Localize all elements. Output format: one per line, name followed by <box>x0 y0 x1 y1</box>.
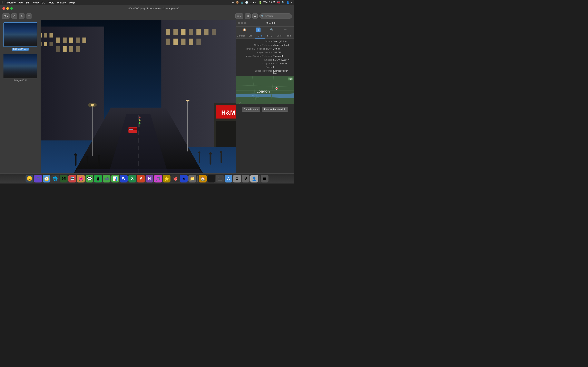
dock-home[interactable]: 🏠 <box>199 175 207 183</box>
dock-appstore[interactable]: A <box>225 175 232 183</box>
svg-point-51 <box>74 153 77 156</box>
london-scene-svg: H&M <box>41 20 236 173</box>
dock-powerpoint[interactable]: P <box>137 175 145 183</box>
dock-settings[interactable]: ⚙ <box>233 175 241 183</box>
info-panel-traffic <box>236 22 246 24</box>
dock-chrome[interactable]: 🌐 <box>51 175 59 183</box>
annotate-button[interactable]: A <box>252 13 258 19</box>
dock-messages[interactable]: 💬 <box>86 175 93 183</box>
dock-trash[interactable]: 🗑 <box>261 175 268 183</box>
tab-general[interactable]: General <box>236 33 246 39</box>
dock-siri[interactable]: 🎵 <box>34 175 42 183</box>
dock-numbers[interactable]: 📊 <box>111 175 119 183</box>
tab-iptc[interactable]: IPTC <box>265 33 275 39</box>
menu-view[interactable]: View <box>33 1 39 4</box>
search-info-icon: 🔍 <box>270 28 274 31</box>
info-edit-btn[interactable]: ✏ <box>283 27 288 32</box>
tab-jfif[interactable]: JFIF <box>275 33 284 39</box>
view-icon: ⊞ <box>4 15 6 17</box>
dock-itunes[interactable]: 🎵 <box>154 175 162 183</box>
info-close-btn[interactable] <box>238 22 240 24</box>
svg-marker-62 <box>74 169 203 173</box>
dock-terminal[interactable]: _ <box>208 175 215 183</box>
dock-files[interactable]: 📁 <box>189 175 196 183</box>
thumb-img-tiff <box>3 54 37 78</box>
show-in-maps-button[interactable]: Show in Maps <box>242 107 260 112</box>
dock-vscode[interactable]: ◈ <box>180 175 188 183</box>
dock-photos[interactable]: 🌺 <box>77 175 85 183</box>
user-icon[interactable]: 👤 <box>286 1 289 4</box>
dock-onenote[interactable]: N <box>146 175 153 183</box>
menu-tools[interactable]: Tools <box>48 1 54 4</box>
dock-user[interactable]: 👤 <box>250 175 258 183</box>
dock-excel[interactable]: X <box>129 175 136 183</box>
dock-word[interactable]: W <box>120 175 128 183</box>
info-row-img-dir: Image Direction 359.726 <box>236 50 294 54</box>
info-minimize-btn[interactable] <box>241 22 243 24</box>
share-button[interactable]: ⬆ <box>26 13 32 19</box>
stamp-button[interactable]: ▤ <box>245 13 251 19</box>
zoom-in-button[interactable]: ⊕ <box>19 13 25 19</box>
thumbnail-jpeg <box>3 22 37 47</box>
label-hpe: Horizontal Positioning Error <box>238 48 272 50</box>
tab-tiff[interactable]: TIFF <box>285 33 294 39</box>
dock-star[interactable]: ⭐ <box>163 175 171 183</box>
remove-location-button[interactable]: Remove Location Info <box>262 107 288 112</box>
label-altitude: Altitude <box>238 40 272 43</box>
info-search-btn[interactable]: 🔍 <box>270 27 274 32</box>
label-img-dir: Image Direction <box>238 51 272 54</box>
menu-help[interactable]: Help <box>69 1 75 4</box>
search-menubar-icon[interactable]: 🔍 <box>282 1 285 4</box>
edit-icon: ✏ <box>285 28 287 31</box>
menu-file[interactable]: File <box>18 1 23 4</box>
value-altitude-ref: above sea level <box>273 44 289 46</box>
svg-rect-4 <box>49 33 53 37</box>
dock-contacts[interactable]: 📇 <box>68 175 76 183</box>
info-maximize-btn[interactable] <box>244 22 246 24</box>
thumbnail-tiff <box>3 54 37 78</box>
value-altitude: 26 m (85.3 ft) <box>273 40 286 43</box>
svg-rect-3 <box>44 33 47 37</box>
minimize-button[interactable] <box>6 7 9 10</box>
pencil-button[interactable]: ✏ ▾ <box>235 13 243 19</box>
search-placeholder: Search <box>265 15 273 17</box>
tab-gps[interactable]: GPS <box>255 33 265 39</box>
sidebar-item-jpeg[interactable]: IMG_4000.jpeg <box>1 22 40 51</box>
maximize-button[interactable] <box>10 7 13 10</box>
sidebar-label-jpeg: IMG_4000.jpeg <box>12 48 29 50</box>
svg-point-59 <box>209 152 212 155</box>
datetime: Wed 23:23 <box>263 1 275 4</box>
view-toggle-button[interactable]: ⊞ ▾ <box>2 13 10 19</box>
menu-preview[interactable]: Preview <box>6 1 16 4</box>
dock-github[interactable]: 🐙 <box>171 175 179 183</box>
label-speed-ref: Speed Reference <box>238 69 272 75</box>
info-copy-btn[interactable]: 📋 <box>242 27 247 32</box>
menu-edit[interactable]: Edit <box>26 1 30 4</box>
dock-app2[interactable]: ⬛ <box>216 175 224 183</box>
main-content: IMG_4000.jpeg IMG_4000.tiff <box>0 20 294 173</box>
dock-safari[interactable]: 🧭 <box>43 175 51 183</box>
dock-finder[interactable]: 😊 <box>26 175 33 183</box>
dock-facetime[interactable]: 📹 <box>103 175 111 183</box>
info-row-hpe: Horizontal Positioning Error 28.507 <box>236 47 294 50</box>
search-icon: 🔍 <box>261 15 264 17</box>
menubar-left:  Preview File Edit View Go Tools Window… <box>2 1 75 4</box>
map-container[interactable]: London River Thames Legal A12 <box>236 76 294 104</box>
info-tabs: General Exif GPS IPTC JFIF TIFF <box>236 33 294 39</box>
dock-whatsapp[interactable]: 📱 <box>94 175 102 183</box>
dock-maps[interactable]: 🗺 <box>60 175 68 183</box>
tab-exif[interactable]: Exif <box>246 33 255 39</box>
sidebar-item-tiff[interactable]: IMG_4000.tiff <box>1 53 40 82</box>
dropbox-icon: 📦 <box>236 1 239 4</box>
close-button[interactable] <box>2 7 5 10</box>
info-info-btn[interactable]: ℹ <box>256 27 260 32</box>
apple-menu[interactable]:  <box>2 1 3 4</box>
svg-rect-18 <box>166 29 170 35</box>
search-bar[interactable]: 🔍 Search <box>259 13 292 19</box>
svg-point-43 <box>139 119 141 121</box>
control-icon[interactable]: ≡ <box>291 1 292 4</box>
zoom-out-button[interactable]: ⊖ <box>11 13 17 19</box>
dock-time[interactable]: ⏱ <box>242 175 250 183</box>
menu-window[interactable]: Window <box>57 1 66 4</box>
menu-go[interactable]: Go <box>42 1 45 4</box>
